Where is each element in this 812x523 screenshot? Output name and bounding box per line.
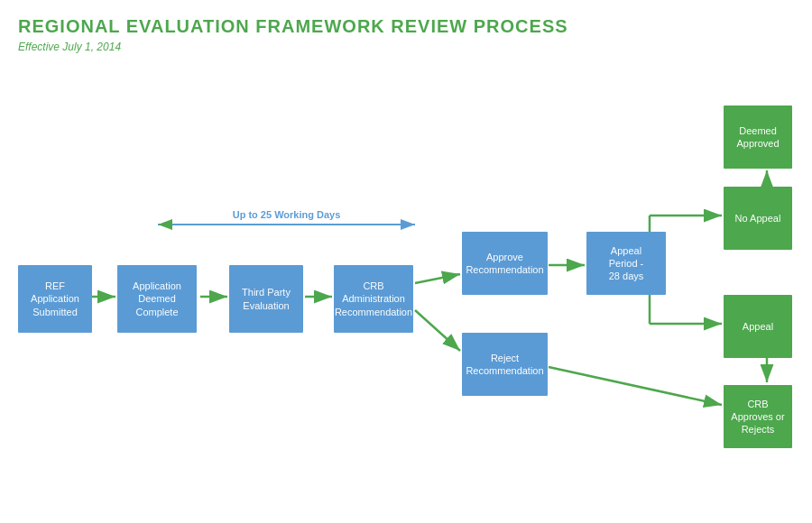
box-reject-rec: Reject Recommendation (462, 333, 548, 396)
box-approve-rec: Approve Recommendation (462, 232, 548, 295)
page-title: REGIONAL EVALUATION FRAMEWORK REVIEW PRO… (18, 16, 794, 37)
box-app-deemed: Application Deemed Complete (117, 265, 197, 333)
box-third-party: Third Party Evaluation (229, 265, 303, 333)
box-crb-admin: CRB Administration Recommendation (334, 265, 413, 333)
box-deemed-approved: Deemed Approved (724, 106, 792, 169)
working-days-label: Up to 25 Working Days (158, 209, 415, 220)
box-no-appeal: No Appeal (724, 187, 792, 250)
diagram: REF Application Submitted Application De… (18, 80, 794, 495)
page: REGIONAL EVALUATION FRAMEWORK REVIEW PRO… (0, 0, 812, 523)
svg-line-6 (415, 274, 460, 283)
box-appeal: Appeal (724, 295, 792, 358)
box-ref-application: REF Application Submitted (18, 265, 92, 333)
box-appeal-period: Appeal Period - 28 days (586, 232, 666, 295)
svg-line-15 (549, 367, 722, 405)
svg-line-7 (415, 310, 460, 351)
box-crb-approves: CRB Approves or Rejects (724, 385, 792, 448)
page-subtitle: Effective July 1, 2014 (18, 41, 794, 53)
